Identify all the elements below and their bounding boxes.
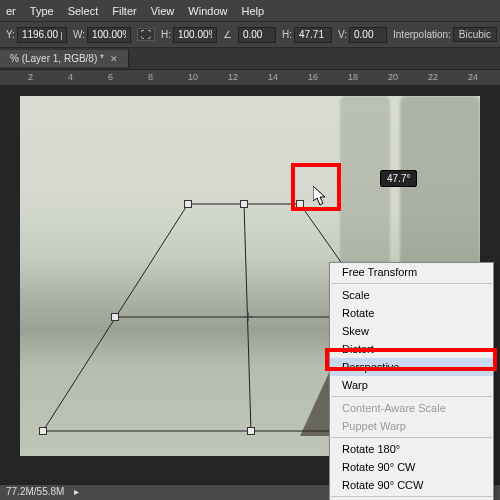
menu-distort[interactable]: Distort <box>330 340 493 358</box>
menu-scale[interactable]: Scale <box>330 286 493 304</box>
transform-handle[interactable] <box>240 200 248 208</box>
svg-line-2 <box>244 204 251 431</box>
menu-rotate-180[interactable]: Rotate 180° <box>330 440 493 458</box>
ruler-tick: 12 <box>228 72 238 82</box>
menu-rotate[interactable]: Rotate <box>330 304 493 322</box>
h-input[interactable] <box>173 27 217 43</box>
hskew-label: H: <box>282 29 292 40</box>
interp-dropdown[interactable]: Bicubic <box>453 27 497 42</box>
vskew-label: V: <box>338 29 347 40</box>
transform-handle[interactable] <box>296 200 304 208</box>
menu-free-transform[interactable]: Free Transform <box>330 263 493 281</box>
transform-handle[interactable] <box>39 427 47 435</box>
ruler-tick: 14 <box>268 72 278 82</box>
h-label: H: <box>161 29 171 40</box>
menu-item[interactable]: Type <box>30 5 54 17</box>
y-input[interactable] <box>17 27 67 43</box>
rotation-input[interactable] <box>238 27 276 43</box>
chevron-down-icon[interactable]: ▸ <box>74 486 79 499</box>
transform-handle[interactable] <box>247 427 255 435</box>
ruler-tick: 18 <box>348 72 358 82</box>
ruler-tick: 8 <box>148 72 153 82</box>
ruler-tick: 16 <box>308 72 318 82</box>
document-title: % (Layer 1, RGB/8) * <box>10 53 104 64</box>
w-input[interactable] <box>87 27 131 43</box>
menu-bar: er Type Select Filter View Window Help <box>0 0 500 22</box>
menu-separator <box>331 396 492 397</box>
angle-tooltip: 47.7° <box>380 170 417 187</box>
vskew-input[interactable] <box>349 27 387 43</box>
menu-content-aware-scale: Content-Aware Scale <box>330 399 493 417</box>
menu-perspective[interactable]: Perspective <box>330 358 493 376</box>
close-icon[interactable]: ✕ <box>110 54 118 64</box>
y-label: Y: <box>6 29 15 40</box>
menu-item[interactable]: Filter <box>112 5 136 17</box>
transform-handle[interactable] <box>111 313 119 321</box>
transform-center[interactable]: ✛ <box>243 310 253 324</box>
ruler-horizontal: 2 4 6 8 10 12 14 16 18 20 22 24 <box>0 70 500 86</box>
doc-size-label: 77.2M/55.8M <box>6 486 64 499</box>
menu-separator <box>331 283 492 284</box>
tab-bar: % (Layer 1, RGB/8) * ✕ <box>0 48 500 70</box>
transform-handle[interactable] <box>184 200 192 208</box>
link-icon[interactable]: ⛶ <box>137 28 155 41</box>
interp-label: Interpolation: <box>393 29 451 40</box>
ruler-tick: 22 <box>428 72 438 82</box>
menu-item[interactable]: View <box>151 5 175 17</box>
document-tab[interactable]: % (Layer 1, RGB/8) * ✕ <box>0 50 129 67</box>
ruler-tick: 24 <box>468 72 478 82</box>
ruler-tick: 20 <box>388 72 398 82</box>
menu-item[interactable]: Help <box>241 5 264 17</box>
ruler-tick: 4 <box>68 72 73 82</box>
menu-item[interactable]: Select <box>68 5 99 17</box>
menu-rotate-90-ccw[interactable]: Rotate 90° CCW <box>330 476 493 494</box>
menu-skew[interactable]: Skew <box>330 322 493 340</box>
menu-item[interactable]: Window <box>188 5 227 17</box>
menu-item[interactable]: er <box>6 5 16 17</box>
hskew-input[interactable] <box>294 27 332 43</box>
angle-icon: ∠ <box>223 29 232 40</box>
menu-puppet-warp: Puppet Warp <box>330 417 493 435</box>
menu-warp[interactable]: Warp <box>330 376 493 394</box>
ruler-tick: 2 <box>28 72 33 82</box>
menu-rotate-90-cw[interactable]: Rotate 90° CW <box>330 458 493 476</box>
context-menu: Free Transform Scale Rotate Skew Distort… <box>329 262 494 500</box>
options-bar: Y: W: ⛶ H: ∠ H: V: Interpolation: Bicubi… <box>0 22 500 48</box>
ruler-tick: 10 <box>188 72 198 82</box>
menu-separator <box>331 496 492 497</box>
ruler-tick: 6 <box>108 72 113 82</box>
interp-value: Bicubic <box>459 29 491 40</box>
w-label: W: <box>73 29 85 40</box>
menu-separator <box>331 437 492 438</box>
